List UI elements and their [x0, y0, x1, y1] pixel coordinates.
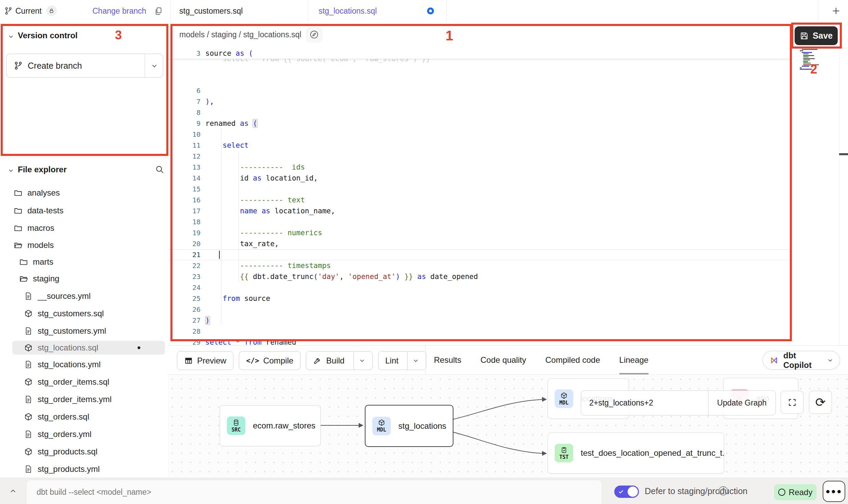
breadcrumb: models / staging / stg_locations.sql [179, 30, 301, 39]
divider [839, 22, 839, 345]
code-text: ---------- timestamps [205, 262, 331, 270]
code-line-14[interactable]: 14 id as location_id, [168, 173, 791, 184]
code-line-22[interactable]: 22 ---------- timestamps [168, 260, 791, 271]
code-line-26[interactable]: 26 [168, 304, 791, 315]
code-line-12[interactable]: 12 [168, 151, 791, 162]
line-number: 14 [168, 174, 205, 182]
file-tree-item-stg_orders.yml[interactable]: stg_orders.yml [12, 427, 165, 441]
code-text: id as location_id, [205, 174, 318, 182]
code-line-6[interactable]: 6 [168, 85, 791, 96]
help-icon[interactable]: ? [719, 486, 728, 495]
compass-icon[interactable] [306, 26, 322, 43]
code-line-13[interactable]: 13 ---------- ids [168, 162, 791, 173]
lineage-node-stg-locations[interactable]: MDL stg_locations [365, 405, 453, 447]
file-label: analyses [27, 188, 60, 198]
defer-toggle[interactable] [614, 486, 639, 498]
code-line-8[interactable]: 8 [168, 107, 791, 118]
doc-icon [24, 430, 33, 439]
compile-button[interactable]: </>Compile [239, 351, 300, 370]
save-button[interactable]: Save [795, 26, 838, 45]
file-tree-item-stg_locations.yml[interactable]: stg_locations.yml [12, 358, 165, 371]
code-line-25[interactable]: 25 from source [168, 293, 791, 304]
code-line-21[interactable]: 21 [168, 249, 791, 260]
code-line-9[interactable]: 9renamed as ( [168, 118, 791, 129]
code-line-19[interactable]: 19 ---------- numerics [168, 227, 791, 238]
divider [818, 0, 818, 22]
lineage-node-src[interactable]: SRC ecom.raw_stores [220, 405, 321, 446]
code-line-11[interactable]: 11 select [168, 140, 791, 151]
chevron-down-icon[interactable] [354, 352, 365, 370]
command-input[interactable] [36, 487, 555, 497]
file-tree-item-analyses[interactable]: analyses [12, 186, 165, 200]
code-line-23[interactable]: 23 {{ dbt.date_trunc('day', 'opened_at')… [168, 271, 791, 282]
build-button[interactable]: Build [306, 351, 372, 370]
file-tree-item-stg_order_items.yml[interactable]: stg_order_items.yml [12, 393, 165, 406]
code-editor[interactable]: 3source as ( select * from {{ source('ec… [168, 48, 839, 345]
status-badge[interactable]: Ready [774, 484, 817, 500]
minimap-line [802, 66, 809, 67]
line-number: 18 [168, 218, 205, 226]
fullscreen-button[interactable] [781, 391, 804, 414]
minimap[interactable] [800, 47, 824, 71]
lint-button[interactable]: Lint [378, 351, 427, 370]
code-line-17[interactable]: 17 name as location_name, [168, 205, 791, 216]
new-tab-button[interactable] [831, 6, 841, 16]
code-line-10[interactable]: 10 [168, 129, 791, 140]
tab-stg-customers[interactable]: stg_customers.sql [170, 0, 308, 22]
file-tree-item-data-tests[interactable]: data-tests [12, 204, 165, 217]
tab-compiled-code[interactable]: Compiled code [545, 346, 600, 374]
code-line-18[interactable]: 18 [168, 216, 791, 227]
preview-button[interactable]: Preview [177, 351, 233, 370]
tab-stg-locations[interactable]: stg_locations.sql [308, 0, 446, 22]
update-graph-button[interactable]: Update Graph [708, 391, 775, 415]
graph-selector-input[interactable] [581, 391, 708, 415]
file-tree-item-__sources.yml[interactable]: __sources.yml [12, 289, 165, 303]
file-tree-item-models[interactable]: models [12, 238, 165, 252]
code-line-24[interactable]: 24 [168, 282, 791, 293]
dbt-copilot-button[interactable]: dbt Copilot [762, 351, 840, 370]
line-number: 25 [168, 294, 205, 303]
node-label: stg_locations [398, 421, 446, 431]
file-tree-item-macros[interactable]: macros [12, 221, 165, 235]
file-tree-item-stg_locations.sql[interactable]: stg_locations.sql [12, 341, 165, 355]
code-line-7[interactable]: 7), [168, 96, 791, 107]
lock-icon [49, 8, 54, 14]
file-tree-item-marts[interactable]: marts [12, 255, 165, 269]
file-tree-item-stg_products.yml[interactable]: stg_products.yml [12, 462, 165, 476]
file-tree-item-staging[interactable]: staging [12, 272, 165, 286]
current-branch-label: Current [15, 6, 42, 16]
refresh-button[interactable]: ⟳ [809, 391, 832, 414]
file-tree-item-stg_order_items.sql[interactable]: stg_order_items.sql [12, 375, 165, 389]
code-line-16[interactable]: 16 ---------- text [168, 195, 791, 205]
model-icon [24, 412, 33, 421]
tab-results[interactable]: Results [434, 346, 461, 374]
file-tree-item-stg_customers.yml[interactable]: stg_customers.yml [12, 324, 165, 338]
code-line-20[interactable]: 20 tax_rate, [168, 238, 791, 249]
more-options-button[interactable]: ●●● [823, 481, 845, 502]
line-number: 9 [168, 119, 205, 128]
code-line-28[interactable]: 28 [168, 326, 791, 337]
scrollbar-handle[interactable] [839, 153, 848, 155]
divider [425, 346, 426, 374]
code-line-27[interactable]: 27) [168, 315, 791, 326]
chevron-down-icon[interactable] [407, 352, 419, 370]
chevron-up-icon[interactable] [9, 487, 17, 495]
line-number: 20 [168, 240, 205, 248]
file-tree-item-stg_orders.sql[interactable]: stg_orders.sql [12, 410, 165, 424]
code-line-15[interactable]: 15 [168, 184, 791, 195]
file-tree-item-stg_customers.sql[interactable]: stg_customers.sql [12, 307, 165, 320]
model-icon [24, 377, 33, 386]
text-cursor [219, 251, 220, 259]
model-icon [24, 309, 33, 318]
divider [446, 0, 447, 22]
change-branch-link[interactable]: Change branch [92, 6, 146, 16]
file-tree-item-stg_products.sql[interactable]: stg_products.sql [12, 445, 165, 459]
indent-guide [221, 129, 221, 326]
tab-lineage[interactable]: Lineage [619, 346, 648, 374]
file-label: stg_products.sql [38, 447, 98, 456]
code-line-29[interactable]: 29select * from renamed [168, 337, 791, 345]
copy-icon[interactable] [154, 6, 163, 15]
tab-code-quality[interactable]: Code quality [480, 346, 526, 374]
lineage-node-test[interactable]: TST test_does_location_opened_at_trunc_t… [548, 433, 724, 474]
model-badge: MDL [372, 417, 391, 435]
